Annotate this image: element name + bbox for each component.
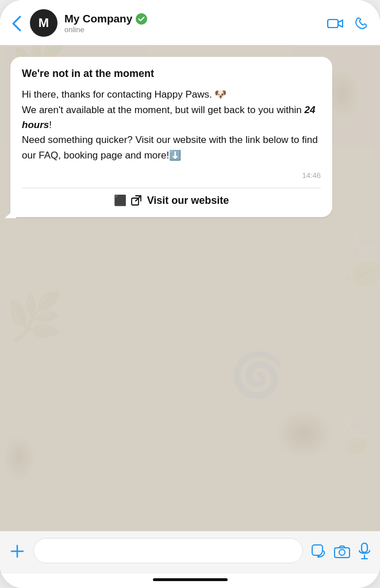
svg-text:🍃: 🍃 — [333, 227, 380, 288]
home-bar — [153, 578, 228, 581]
phone-call-icon[interactable] — [355, 16, 369, 30]
svg-rect-13 — [362, 543, 367, 552]
message-input[interactable] — [33, 538, 303, 563]
home-indicator — [0, 574, 380, 588]
message-body: Hi there, thanks for contacting Happy Pa… — [22, 87, 321, 163]
svg-point-12 — [339, 550, 345, 555]
plus-button[interactable] — [9, 542, 25, 559]
svg-text:🌿: 🌿 — [6, 289, 63, 344]
svg-text:🌀: 🌀 — [230, 350, 284, 401]
visit-website-label: Visit our website — [147, 195, 229, 207]
svg-text:🍃: 🍃 — [333, 415, 377, 456]
header-name-row: My Company — [64, 13, 320, 25]
verified-badge — [136, 13, 147, 25]
back-button[interactable] — [11, 14, 22, 32]
chat-header: M My Company online — [0, 0, 380, 45]
external-link-icon: ⬛ — [114, 194, 126, 207]
chat-area: 🌿 🌀 🍃 🌿 🌀 🍃 We're not in at the moment H… — [0, 45, 380, 531]
phone-container: M My Company online — [0, 0, 380, 588]
video-call-icon[interactable] — [327, 16, 343, 30]
header-icons — [327, 16, 369, 30]
header-info: My Company online — [64, 13, 320, 34]
message-timestamp: 14:46 — [22, 168, 321, 180]
message-body-line3: Need something quicker? Visit our websit… — [22, 134, 318, 160]
message-time-emphasis: 24 hours — [22, 105, 315, 130]
company-name: My Company — [64, 13, 132, 25]
visit-website-button[interactable]: ⬛ Visit our website — [22, 188, 321, 209]
sticker-button[interactable] — [311, 543, 326, 559]
message-body-line1: Hi there, thanks for contacting Happy Pa… — [22, 89, 227, 100]
external-link-svg-icon — [131, 195, 141, 206]
message-title: We're not in at the moment — [22, 67, 321, 80]
status-text: online — [64, 25, 320, 34]
input-bar — [0, 531, 380, 574]
message-bubble: We're not in at the moment Hi there, tha… — [10, 57, 332, 217]
camera-button[interactable] — [334, 543, 350, 559]
message-body-line2: We aren't available at the moment, but w… — [22, 105, 315, 130]
svg-rect-0 — [328, 20, 338, 28]
avatar: M — [30, 9, 57, 37]
mic-button[interactable] — [358, 541, 371, 560]
